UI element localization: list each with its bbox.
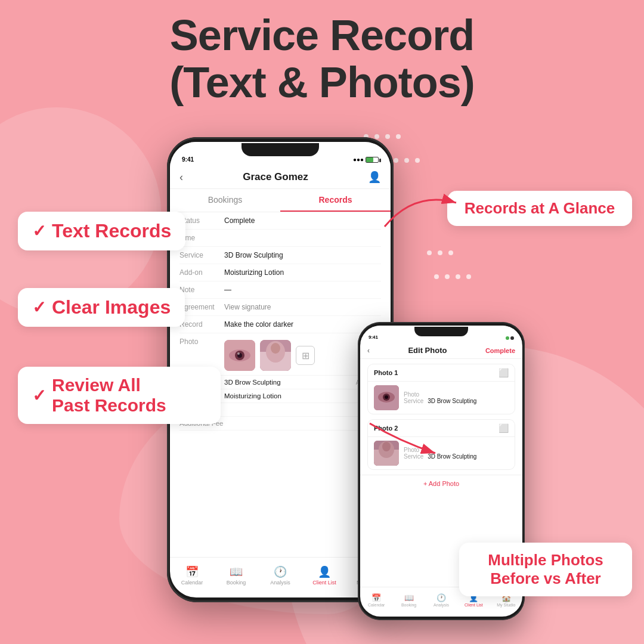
nav-client-list[interactable]: 👤 Client List <box>302 558 346 593</box>
checkmark-icon-3: ✓ <box>32 386 46 405</box>
photo-1-service: Service 3D Brow Sculpting <box>404 398 509 404</box>
feature-badge-clear-images: ✓ Clear Images <box>18 288 185 327</box>
record-row-time: Time <box>179 230 381 247</box>
analysis-icon: 🕐 <box>274 565 287 578</box>
feature-badge-review-all: ✓ Review All Past Records <box>18 367 221 424</box>
dots-group-4 <box>434 274 471 279</box>
record-row-addon: Add-on Moisturizing Lotion <box>179 264 381 281</box>
record-row-note: Note — <box>179 281 381 299</box>
small-nav-analysis[interactable]: 🕐 Analysis <box>425 587 457 613</box>
small-booking-icon: 📖 <box>404 593 414 602</box>
photo-1-label: Photo <box>404 391 509 398</box>
arrow-photo-to-small <box>364 417 441 465</box>
svg-point-4 <box>237 352 240 355</box>
callout-multiple-photos: Multiple Photos Before vs After <box>459 543 632 596</box>
checkmark-icon: ✓ <box>32 221 46 241</box>
small-header-status: Complete <box>485 347 515 354</box>
signal-icon <box>506 336 509 340</box>
tabs-bar: Bookings Records <box>170 189 391 212</box>
photo-1-delete-icon[interactable]: ⬜ <box>499 368 509 377</box>
callout-records-at-glance: Records at A Glance <box>447 191 632 226</box>
photo-thumb-2 <box>260 340 291 371</box>
photo-card-1: Photo 1 ⬜ Photo Serv <box>367 364 515 414</box>
nav-analysis[interactable]: 🕐 Analysis <box>258 558 302 593</box>
nav-booking[interactable]: 📖 Booking <box>214 558 258 593</box>
svg-point-13 <box>385 395 388 399</box>
tab-bookings[interactable]: Bookings <box>170 189 280 212</box>
small-calendar-icon: 📅 <box>371 593 381 602</box>
app-header: ‹ Grace Gomez 👤 <box>170 166 391 189</box>
nav-calendar[interactable]: 📅 Calendar <box>170 558 214 593</box>
photo-2-delete-icon[interactable]: ⬜ <box>499 423 509 433</box>
photo-1-title: Photo 1 <box>374 369 398 376</box>
arrow-records-glance <box>379 185 468 233</box>
small-header-title: Edit Photo <box>408 346 447 355</box>
dots-group-3 <box>427 250 453 255</box>
add-photo-button[interactable]: + Add Photo <box>360 475 522 492</box>
record-row-service: Service 3D Brow Sculpting <box>179 247 381 264</box>
status-icons: ●●● <box>353 156 379 163</box>
page-header: Service Record (Text & Photos) <box>0 12 644 106</box>
calendar-icon: 📅 <box>185 565 199 578</box>
multiple-photos-text: Multiple Photos Before vs After <box>471 551 620 588</box>
small-app-header: ‹ Edit Photo Complete <box>360 342 522 359</box>
upload-icon[interactable]: ⊞ <box>296 346 315 365</box>
feature-badge-text-records: ✓ Text Records <box>18 212 185 250</box>
photo-1-thumb <box>374 385 399 410</box>
svg-point-8 <box>271 343 280 354</box>
records-glance-text: Records at A Glance <box>459 199 620 218</box>
record-row-record: Record Make the color darker <box>179 316 381 333</box>
review-all-label: Review All Past Records <box>52 375 166 416</box>
photo-card-1-header: Photo 1 ⬜ <box>368 364 515 382</box>
photo-thumb-1 <box>224 340 255 371</box>
back-arrow-icon[interactable]: ‹ <box>179 171 183 184</box>
profile-icon[interactable]: 👤 <box>368 171 381 184</box>
text-records-label: Text Records <box>52 220 171 242</box>
photo-1-info: Photo Service 3D Brow Sculpting <box>404 391 509 404</box>
main-title: Service Record (Text & Photos) <box>0 12 644 106</box>
record-row-agreement: Agreement View signature <box>179 299 381 316</box>
status-time: 9:41 <box>182 156 194 163</box>
checkmark-icon-2: ✓ <box>32 298 46 317</box>
small-analysis-icon: 🕐 <box>436 593 446 602</box>
small-nav-calendar[interactable]: 📅 Calendar <box>360 587 392 613</box>
client-list-icon: 👤 <box>318 565 331 578</box>
tab-records[interactable]: Records <box>280 189 391 212</box>
booking-icon: 📖 <box>230 565 243 578</box>
clear-images-label: Clear Images <box>52 296 171 318</box>
client-name: Grace Gomez <box>243 171 308 183</box>
phone-small-notch <box>414 327 468 336</box>
small-nav-booking[interactable]: 📖 Booking <box>392 587 425 613</box>
record-row-status: Status Complete <box>179 212 381 230</box>
phone-notch <box>242 143 319 156</box>
battery-small-icon <box>510 336 514 340</box>
small-status-icons <box>506 336 514 340</box>
small-back-arrow[interactable]: ‹ <box>367 346 370 355</box>
small-status-time: 9:41 <box>369 335 378 340</box>
photo-card-1-content: Photo Service 3D Brow Sculpting <box>368 382 515 414</box>
dots-group-2 <box>394 158 420 163</box>
